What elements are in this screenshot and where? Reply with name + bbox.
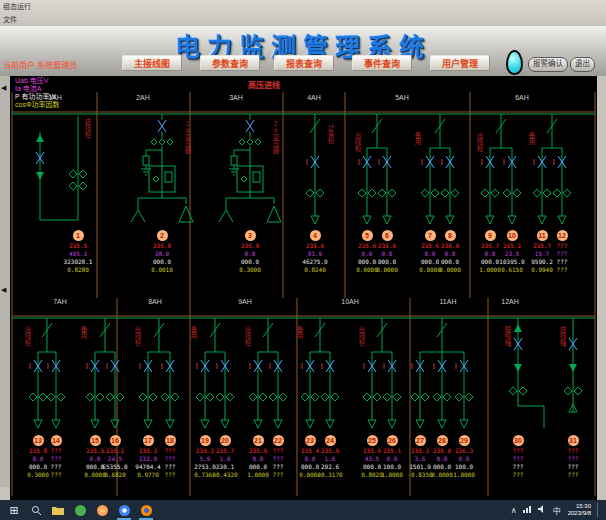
power-factor-value: 0.3000 (232, 266, 268, 274)
feeder-label: 出线柜 (358, 326, 365, 346)
voltage-value: 235.6 (369, 242, 405, 250)
feeder-label: 备用 (296, 326, 303, 339)
app-icon-scada-runtime[interactable] (138, 502, 154, 518)
current-value: 38.9 (144, 250, 180, 258)
voltage-value: ??? (544, 242, 580, 250)
feeder-label: 出线柜 (354, 132, 361, 152)
app-icon-green[interactable] (72, 502, 88, 518)
readout-number: 18 (165, 435, 176, 446)
power-factor-value: ??? (152, 471, 188, 479)
network-icon[interactable] (523, 505, 532, 515)
current-value: ??? (38, 455, 74, 463)
window-titlebar: 组态运行 文件 (0, 0, 606, 26)
window-title: 组态运行 (3, 1, 31, 11)
bay-label: 11AH (440, 298, 457, 305)
voltage-value: 235.7 (207, 447, 243, 455)
feeder-readout: 2235.838.9000.00.0010 (144, 224, 180, 274)
feeder-label: 计量柜 (327, 124, 334, 144)
bay-label: 9AH (238, 298, 252, 305)
file-explorer-icon[interactable] (50, 502, 66, 518)
app-header: 电力监测管理系统 当前用户 系统管理员 主接线图 参数查询 报表查询 事件查询 … (0, 26, 606, 77)
current-value: ??? (500, 455, 536, 463)
readout-number: 4 (310, 230, 321, 241)
search-icon[interactable] (28, 502, 44, 518)
voltage-value: ??? (152, 447, 188, 455)
voltage-value: ??? (500, 447, 536, 455)
bay-label: 3AH (229, 94, 243, 101)
scroll-left-icon[interactable]: ◀ (1, 286, 6, 294)
feeder-readout: 6235.60.0000.00.0000 (369, 224, 405, 274)
current-value: ??? (260, 455, 296, 463)
power-factor-value: 0.8240 (297, 266, 333, 274)
feeder-readout: 16235.224.565355.00.6820 (97, 429, 133, 479)
nav-report-query-button[interactable]: 报表查询 (274, 55, 334, 71)
feeder-readout: 3235.90.0000.00.3000 (232, 224, 268, 274)
feeder-readout: 24235.91.6292.6-0.3170 (312, 429, 348, 479)
feeder-readout: 12???????????? (544, 224, 580, 274)
nav-event-query-button[interactable]: 事件查询 (352, 55, 412, 71)
power-factor-value: -0.3170 (312, 471, 348, 479)
feeder-readout: 14???????????? (38, 429, 74, 479)
volume-icon[interactable] (538, 505, 547, 515)
voltage-value: ??? (38, 447, 74, 455)
power-value: 323028.1 (60, 258, 96, 266)
taskbar: ⊞ ∧ 中 15:30 2023/9/8 (0, 500, 606, 520)
voltage-value: 235.2 (97, 447, 133, 455)
feeder-label: 进线柜 (84, 118, 91, 138)
power-factor-value: ??? (544, 266, 580, 274)
feeder-readout: 1235.5495.3323028.10.8280 (60, 224, 96, 274)
power-value: 000.0 (432, 258, 468, 266)
feeder-label: 1#变压器 (184, 120, 191, 154)
feeder-label: 出线柜 (244, 326, 251, 346)
desktop-screen: 组态运行 文件 电力监测管理系统 当前用户 系统管理员 主接线图 参数查询 报表… (0, 0, 606, 520)
legend-current: Ia 电流A (15, 85, 41, 93)
nav-parameter-query-button[interactable]: 参数查询 (200, 55, 260, 71)
clock[interactable]: 15:30 2023/9/8 (568, 503, 591, 517)
bay-label: 2AH (136, 94, 150, 101)
app-icon-browser-orange[interactable] (94, 502, 110, 518)
nav-main-diagram-button[interactable]: 主接线图 (122, 55, 182, 71)
feeder-readout: 20235.71.0230.1-0.4320 (207, 429, 243, 479)
voltage-value: 235.9 (232, 242, 268, 250)
alarm-ack-button[interactable]: 报警确认 (528, 57, 568, 72)
exit-button[interactable]: 退出 (570, 57, 595, 72)
power-factor-value: 0.0010 (144, 266, 180, 274)
station-label: 高压进线 (248, 79, 280, 90)
legend-power-factor: cosΦ功率因数 (15, 101, 59, 109)
current-value: 0.0 (432, 250, 468, 258)
power-value: ??? (555, 463, 591, 471)
feeder-label: 出线柜 (476, 132, 483, 152)
notification-center-icon[interactable] (597, 503, 606, 517)
app-icon-browser-blue[interactable] (116, 502, 132, 518)
nav-user-management-button[interactable]: 用户管理 (430, 55, 490, 71)
feeder-label: 进线柜 (559, 326, 566, 346)
start-button[interactable]: ⊞ (6, 502, 22, 518)
current-value: 1.0 (207, 455, 243, 463)
bay-label: 1AH (48, 94, 62, 101)
power-value: 000.0 (144, 258, 180, 266)
feeder-readout: 22???????????? (260, 429, 296, 479)
feeder-label: 备用 (190, 326, 197, 339)
power-factor-value: ??? (38, 471, 74, 479)
bay-label: 5AH (395, 94, 409, 101)
readout-number: 8 (445, 230, 456, 241)
current-value: ??? (152, 455, 188, 463)
right-window-border (597, 76, 606, 500)
power-value: 000.0 (369, 258, 405, 266)
current-value: 0.0 (446, 455, 482, 463)
input-method-icon[interactable]: 中 (553, 505, 561, 516)
readout-number: 24 (325, 435, 336, 446)
feeder-readout: 31???????????? (555, 429, 591, 479)
readout-number: 6 (382, 230, 393, 241)
scroll-left-icon[interactable]: ◀ (1, 84, 6, 92)
power-factor-value: 0.0000 (369, 266, 405, 274)
feeder-readout: 4235.681.946275.90.8240 (297, 224, 333, 274)
power-value: ??? (152, 463, 188, 471)
readout-number: 29 (459, 435, 470, 446)
menu-file[interactable]: 文件 (3, 14, 17, 24)
feeder-readout: 8236.00.0000.00.0000 (432, 224, 468, 274)
current-value: 0.0 (369, 250, 405, 258)
feeder-readout: 18???????????? (152, 429, 188, 479)
bay-label: 4AH (307, 94, 321, 101)
tray-expand-icon[interactable]: ∧ (511, 506, 517, 515)
